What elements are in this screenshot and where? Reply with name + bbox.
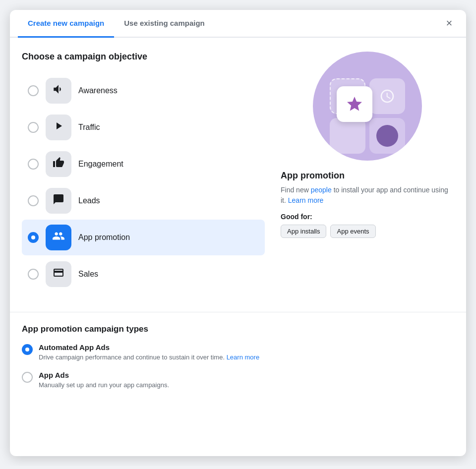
good-for-label: Good for: xyxy=(281,213,454,221)
ct-app-ads-name: App Ads xyxy=(39,371,169,379)
tag-app-installs: App installs xyxy=(281,225,326,238)
close-button[interactable]: × xyxy=(440,14,458,32)
traffic-icon xyxy=(53,120,64,135)
engagement-icon-wrap xyxy=(46,151,71,177)
sales-label: Sales xyxy=(78,270,98,279)
radio-engagement xyxy=(28,159,39,170)
objective-app-promotion[interactable]: App promotion xyxy=(22,220,265,255)
ct-app-ads-text: App Ads Manually set up and run your app… xyxy=(39,371,169,390)
engagement-label: Engagement xyxy=(78,160,123,169)
awareness-label: Awareness xyxy=(78,86,118,95)
sales-icon-wrap xyxy=(46,261,71,287)
ct-radio-automated xyxy=(22,344,33,355)
campaign-modal: Create new campaign Use existing campaig… xyxy=(10,10,466,456)
section-title: Choose a campaign objective xyxy=(22,52,265,62)
desc-link-learn-more[interactable]: Learn more xyxy=(288,196,324,204)
tag-app-events: App events xyxy=(330,225,375,238)
engagement-icon xyxy=(53,157,64,172)
objective-leads[interactable]: Leads xyxy=(22,183,265,219)
app-promotion-icon-wrap xyxy=(46,225,71,250)
light-purple-card xyxy=(330,118,365,154)
objective-list: Awareness Traffic xyxy=(22,73,265,292)
radio-traffic xyxy=(28,122,39,133)
radio-app-promotion xyxy=(28,232,39,243)
modal-body: Choose a campaign objective xyxy=(10,38,466,304)
radio-sales xyxy=(28,269,39,280)
ct-automated-text: Automated App Ads Drive campaign perform… xyxy=(39,343,259,362)
detail-description: Find new people to install your app and … xyxy=(281,185,454,206)
objective-awareness[interactable]: Awareness xyxy=(22,73,265,109)
campaign-types-title: App promotion campaign types xyxy=(22,324,454,334)
sales-icon xyxy=(53,267,64,282)
objective-sales[interactable]: Sales xyxy=(22,256,265,292)
traffic-icon-wrap xyxy=(46,115,71,140)
ct-automated-desc-text: Drive campaign performance and continue … xyxy=(39,353,227,361)
tab-create-new[interactable]: Create new campaign xyxy=(18,10,114,38)
right-panel: App promotion Find new people to install… xyxy=(265,52,454,292)
tabs-bar: Create new campaign Use existing campaig… xyxy=(10,10,466,38)
detail-title: App promotion xyxy=(281,171,454,181)
traffic-label: Traffic xyxy=(78,123,100,132)
leads-label: Leads xyxy=(78,196,100,205)
leads-icon xyxy=(53,193,64,208)
campaign-types-section: App promotion campaign types Automated A… xyxy=(10,312,466,410)
tags-container: App installs App events xyxy=(281,225,454,238)
tab-use-existing[interactable]: Use existing campaign xyxy=(114,10,215,38)
clock-card xyxy=(369,78,405,114)
ct-automated-learn-more[interactable]: Learn more xyxy=(227,353,259,361)
floating-star-card xyxy=(337,86,372,122)
app-promotion-icon xyxy=(52,230,65,245)
radio-app-promotion-inner xyxy=(31,235,35,239)
left-panel: Choose a campaign objective xyxy=(22,52,265,292)
ct-app-ads[interactable]: App Ads Manually set up and run your app… xyxy=(22,371,454,390)
objective-engagement[interactable]: Engagement xyxy=(22,146,265,182)
radio-awareness xyxy=(28,85,39,96)
leads-icon-wrap xyxy=(46,188,71,214)
ct-app-ads-desc: Manually set up and run your app campaig… xyxy=(39,381,169,390)
dark-circle-card xyxy=(369,118,405,154)
ct-automated-desc: Drive campaign performance and continue … xyxy=(39,353,259,362)
objective-traffic[interactable]: Traffic xyxy=(22,110,265,145)
illustration-circle xyxy=(313,52,422,161)
ct-automated-app-ads[interactable]: Automated App Ads Drive campaign perform… xyxy=(22,343,454,362)
ct-radio-app-ads xyxy=(22,372,33,383)
radio-leads xyxy=(28,195,39,206)
dark-circle xyxy=(376,125,398,147)
awareness-icon-wrap xyxy=(46,78,71,104)
app-promotion-label: App promotion xyxy=(78,233,130,242)
desc-link-people[interactable]: people xyxy=(311,186,332,194)
ct-automated-name: Automated App Ads xyxy=(39,343,259,352)
desc-text-before: Find new xyxy=(281,186,311,194)
ct-radio-automated-inner xyxy=(25,348,29,352)
awareness-icon xyxy=(52,83,65,99)
